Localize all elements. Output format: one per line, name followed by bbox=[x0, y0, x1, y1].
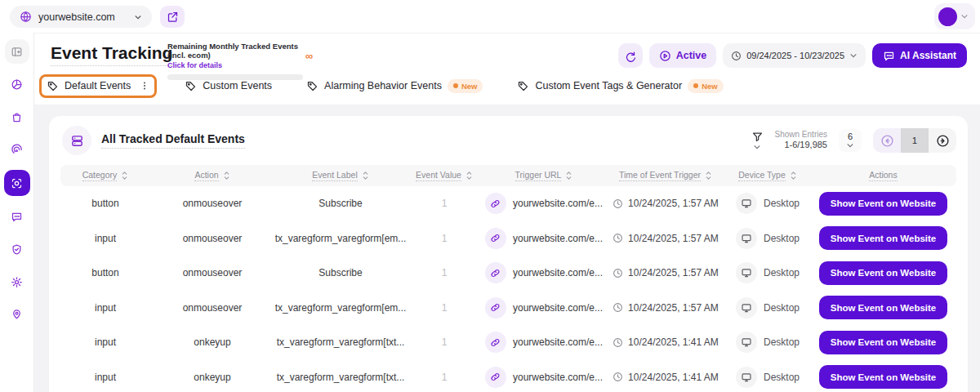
clock-icon bbox=[731, 51, 742, 61]
column-header-trigger-url[interactable]: Trigger URL bbox=[482, 170, 606, 181]
filter-button[interactable] bbox=[751, 131, 764, 151]
open-website-button[interactable] bbox=[160, 6, 185, 28]
waves-icon bbox=[11, 144, 23, 156]
cell-action: onmouseover bbox=[150, 198, 274, 209]
column-header-category[interactable]: Category bbox=[60, 170, 150, 181]
show-event-button[interactable]: Show Event on Website bbox=[819, 296, 948, 319]
cell-trigger-url[interactable]: yourwebsite.com/e... bbox=[482, 297, 606, 318]
cell-trigger-url[interactable]: yourwebsite.com/e... bbox=[482, 367, 606, 388]
shopping-bag-icon bbox=[11, 111, 23, 123]
tab-label: Alarming Behavior Events bbox=[324, 80, 442, 91]
monitor-icon bbox=[736, 193, 757, 214]
chat-icon bbox=[883, 50, 895, 62]
sidebar-item-waves[interactable] bbox=[5, 137, 29, 162]
tracking-status-button[interactable]: Active bbox=[649, 43, 717, 68]
monitor-icon bbox=[736, 228, 757, 249]
cell-actions: Show Event on Website bbox=[810, 226, 956, 250]
table-title: All Tracked Default Events bbox=[101, 132, 245, 149]
column-header-event-value[interactable]: Event Value bbox=[407, 170, 482, 181]
sidebar-item-pie-chart[interactable] bbox=[5, 72, 29, 96]
arrow-right-circle-icon bbox=[936, 134, 950, 148]
next-page-button[interactable] bbox=[929, 128, 956, 153]
table-row: button onmouseover Subscribe 1 yourwebsi… bbox=[60, 186, 956, 221]
sidebar-item-collapse[interactable] bbox=[5, 39, 29, 64]
cell-actions: Show Event on Website bbox=[810, 296, 956, 319]
sort-icon[interactable] bbox=[466, 171, 473, 180]
date-range-picker[interactable]: 09/24/2025 - 10/23/2025 bbox=[723, 43, 866, 68]
cell-trigger-url[interactable]: yourwebsite.com/e... bbox=[482, 332, 606, 353]
table-header: All Tracked Default Events Shown Entries… bbox=[49, 116, 968, 162]
prev-page-button[interactable] bbox=[873, 128, 901, 153]
cell-device-type: Desktop bbox=[725, 332, 810, 353]
cell-device-type: Desktop bbox=[725, 297, 810, 318]
tag-icon bbox=[517, 80, 529, 92]
location-pin-icon bbox=[11, 309, 23, 321]
cell-actions: Show Event on Website bbox=[810, 365, 956, 389]
cell-event-value: 1 bbox=[407, 233, 482, 244]
column-header-actions: Actions bbox=[810, 170, 956, 181]
new-badge: New bbox=[688, 79, 724, 93]
sort-icon[interactable] bbox=[565, 171, 572, 180]
sort-icon[interactable] bbox=[790, 171, 797, 180]
column-header-time-of-event-trigger[interactable]: Time of Event Trigger bbox=[606, 170, 725, 181]
sidebar-item-chat[interactable] bbox=[5, 204, 29, 229]
cell-trigger-url[interactable]: yourwebsite.com/e... bbox=[482, 228, 606, 249]
chevron-down-icon bbox=[846, 141, 854, 149]
kebab-icon[interactable] bbox=[140, 80, 149, 91]
pie-chart-icon bbox=[11, 78, 23, 91]
column-header-action[interactable]: Action bbox=[150, 170, 274, 181]
quota-label: Remaining Monthly Tracked Events (incl. … bbox=[167, 42, 313, 60]
tab-label: Custom Event Tags & Generator bbox=[535, 80, 682, 91]
badge-dot-icon bbox=[693, 83, 698, 88]
funnel-icon bbox=[751, 131, 764, 143]
clock-icon bbox=[612, 302, 623, 313]
show-event-button[interactable]: Show Event on Website bbox=[819, 331, 948, 354]
ai-assistant-button[interactable]: AI Assistant bbox=[872, 43, 967, 68]
chat-icon bbox=[11, 211, 23, 223]
sidebar-item-gear[interactable] bbox=[5, 270, 29, 294]
page-title: Event Tracking bbox=[51, 43, 172, 66]
sort-icon[interactable] bbox=[223, 171, 230, 180]
show-event-button[interactable]: Show Event on Website bbox=[819, 226, 948, 250]
cell-device-type: Desktop bbox=[725, 193, 810, 214]
cell-category: input bbox=[60, 336, 150, 348]
monitor-icon bbox=[736, 262, 757, 283]
page-size-select[interactable]: 6 bbox=[839, 129, 862, 152]
sort-icon[interactable] bbox=[121, 171, 128, 180]
show-event-button[interactable]: Show Event on Website bbox=[819, 261, 948, 285]
table-row: button onmouseover Subscribe 1 yourwebsi… bbox=[60, 256, 956, 291]
link-icon bbox=[485, 228, 506, 249]
cell-event-time: 10/24/2025, 1:57 AM bbox=[606, 198, 725, 209]
refresh-button[interactable] bbox=[618, 43, 643, 68]
cell-event-time: 10/24/2025, 1:57 AM bbox=[606, 233, 725, 244]
current-page[interactable]: 1 bbox=[901, 128, 929, 153]
date-range-label: 09/24/2025 - 10/23/2025 bbox=[746, 51, 844, 60]
sidebar-item-target[interactable] bbox=[4, 170, 30, 196]
tab-alarming-behavior-events[interactable]: Alarming Behavior EventsNew bbox=[300, 74, 489, 98]
account-menu[interactable] bbox=[934, 3, 975, 29]
event-tabs: Default Events Custom Events Alarming Be… bbox=[39, 73, 730, 99]
sidebar-item-location-pin[interactable] bbox=[5, 302, 29, 327]
quota-details-link[interactable]: Click for details bbox=[167, 61, 313, 69]
cell-trigger-url[interactable]: yourwebsite.com/e... bbox=[482, 262, 606, 283]
show-event-button[interactable]: Show Event on Website bbox=[819, 192, 948, 216]
cell-event-value: 1 bbox=[407, 267, 482, 278]
sidebar-item-shopping-bag[interactable] bbox=[5, 105, 29, 129]
tab-custom-event-tags-generator[interactable]: Custom Event Tags & GeneratorNew bbox=[510, 74, 729, 98]
sort-icon[interactable] bbox=[705, 171, 712, 180]
cell-trigger-url[interactable]: yourwebsite.com/e... bbox=[482, 193, 606, 214]
tab-default-events[interactable]: Default Events bbox=[39, 74, 157, 98]
show-event-button[interactable]: Show Event on Website bbox=[819, 365, 948, 389]
cell-event-label: tx_varegform_varegform[txt... bbox=[274, 372, 407, 383]
chevron-down-icon bbox=[134, 13, 142, 21]
cell-actions: Show Event on Website bbox=[810, 192, 956, 216]
sort-icon[interactable] bbox=[362, 171, 369, 180]
tracking-status-label: Active bbox=[676, 50, 707, 61]
tab-custom-events[interactable]: Custom Events bbox=[178, 75, 278, 97]
sidebar-item-shield-check[interactable] bbox=[5, 237, 29, 261]
website-selector[interactable]: yourwebsite.com bbox=[10, 6, 152, 28]
cell-action: onmouseover bbox=[150, 233, 274, 244]
content-area: All Tracked Default Events Shown Entries… bbox=[34, 105, 980, 392]
column-header-event-label[interactable]: Event Label bbox=[274, 170, 407, 181]
column-header-device-type[interactable]: Device Type bbox=[725, 170, 810, 181]
